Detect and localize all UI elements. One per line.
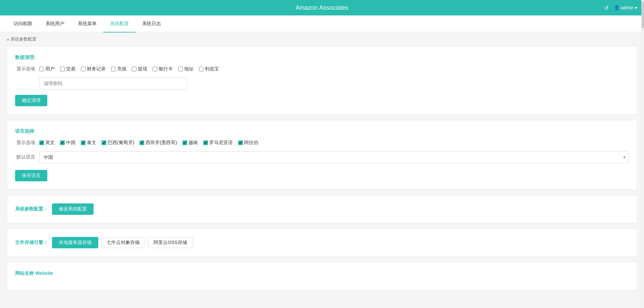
checkbox-en[interactable]: 英文 <box>39 140 55 146</box>
breadcrumb-arrow: » <box>7 37 9 42</box>
nav-item-menu[interactable]: 系统菜单 <box>71 16 103 33</box>
header: Amazon Associates ↺ 👤 admin ▾ <box>0 0 644 15</box>
user-menu[interactable]: 👤 admin ▾ <box>614 5 637 10</box>
website-card: 网站名称 Website <box>7 262 637 290</box>
checkbox-bank[interactable]: 银行卡 <box>153 66 173 72</box>
checkbox-th[interactable]: 泰文 <box>81 140 96 146</box>
checkbox-withdraw[interactable]: 提现 <box>132 66 147 72</box>
user-dropdown-icon: ▾ <box>635 5 637 10</box>
checkbox-finance[interactable]: 财务记录 <box>81 66 106 72</box>
checkbox-ro[interactable]: 罗马尼亚语 <box>203 140 233 146</box>
default-lang-label: 默认语言 <box>15 154 35 160</box>
system-config-card: 系统参数配置： 修改系统配置 <box>7 195 637 223</box>
checkbox-user-input[interactable] <box>39 67 44 71</box>
language-card: 语言选择: 显示选项 英文 中国 泰文 巴西(葡萄牙) <box>7 120 637 190</box>
checkbox-ar[interactable]: 阿拉伯 <box>238 140 258 146</box>
checkbox-user[interactable]: 用户 <box>39 66 55 72</box>
file-storage-section: 文件存储引擎： 本地服务器存储 七牛云对象存储 阿里云OSS存储 <box>15 237 629 248</box>
data-clear-title: 数据清理: <box>15 55 629 61</box>
data-clear-card: 数据清理: 显示选项 用户 交易 财务记录 充值 <box>7 46 637 115</box>
main-content: 数据清理: 显示选项 用户 交易 财务记录 充值 <box>0 46 644 297</box>
confirm-clear-button[interactable]: 确定清理 <box>15 95 47 106</box>
checkbox-withdraw-input[interactable] <box>132 67 137 71</box>
storage-local-button[interactable]: 本地服务器存储 <box>52 237 98 248</box>
checkbox-recharge-input[interactable] <box>111 67 116 71</box>
system-config-section: 系统参数配置： 修改系统配置 <box>15 203 629 215</box>
nav-item-config[interactable]: 系统配置 <box>103 16 136 33</box>
checkbox-zh-input[interactable] <box>60 140 65 145</box>
system-config-title: 系统参数配置： <box>15 206 48 212</box>
save-language-button[interactable]: 保存语言 <box>15 170 47 181</box>
scrollbar-thumb[interactable] <box>642 1 644 28</box>
checkbox-recharge[interactable]: 充值 <box>111 66 126 72</box>
header-title: Amazon Associates <box>296 4 348 11</box>
language-checkboxes-row: 显示选项 英文 中国 泰文 巴西(葡萄牙) <box>15 140 629 146</box>
checkbox-ar-input[interactable] <box>238 140 243 145</box>
storage-qiniu-button[interactable]: 七牛云对象存储 <box>101 237 145 248</box>
checkbox-zh[interactable]: 中国 <box>60 140 75 146</box>
storage-buttons-group: 本地服务器存储 七牛云对象存储 阿里云OSS存储 <box>52 237 193 248</box>
file-storage-card: 文件存储引擎： 本地服务器存储 七牛云对象存储 阿里云OSS存储 <box>7 229 637 257</box>
lang-display-label: 显示选项 <box>15 140 35 146</box>
display-label: 显示选项 <box>15 66 35 72</box>
breadcrumb: » 系统参数配置 <box>0 32 644 46</box>
checkbox-address[interactable]: 地址 <box>178 66 194 72</box>
navigation: 访问权限 系统用户 系统菜单 系统配置 系统日志 <box>0 15 644 32</box>
checkbox-interest[interactable]: 利息宝 <box>199 66 219 72</box>
checkbox-trade-input[interactable] <box>60 67 65 71</box>
language-title: 语言选择: <box>15 128 629 134</box>
default-lang-select[interactable]: 中国 英文 泰文 巴西(葡萄牙) 西班牙(墨西哥) 越南 罗马尼亚语 阿拉伯 <box>39 151 629 163</box>
checkbox-es[interactable]: 西班牙(墨西哥) <box>140 140 177 146</box>
data-clear-checkboxes-row: 显示选项 用户 交易 财务记录 充值 <box>15 66 629 72</box>
scrollbar-track[interactable] <box>641 0 644 297</box>
checkbox-trade[interactable]: 交易 <box>60 66 75 72</box>
checkbox-pt-input[interactable] <box>102 140 106 145</box>
checkbox-en-input[interactable] <box>39 140 44 145</box>
checkbox-vi-input[interactable] <box>182 140 187 145</box>
username-label: admin <box>621 5 634 10</box>
nav-item-users[interactable]: 系统用户 <box>39 16 71 33</box>
file-storage-title: 文件存储引擎： <box>15 240 48 246</box>
website-title: 网站名称 Website <box>15 270 629 276</box>
checkbox-interest-input[interactable] <box>199 67 204 71</box>
checkbox-es-input[interactable] <box>140 140 144 145</box>
checkbox-pt[interactable]: 巴西(葡萄牙) <box>102 140 134 146</box>
checkbox-address-input[interactable] <box>178 67 183 71</box>
default-lang-select-wrapper: 中国 英文 泰文 巴西(葡萄牙) 西班牙(墨西哥) 越南 罗马尼亚语 阿拉伯 ▾ <box>39 151 629 163</box>
checkbox-finance-input[interactable] <box>81 67 86 71</box>
checkbox-bank-input[interactable] <box>153 67 157 71</box>
default-language-row: 默认语言 中国 英文 泰文 巴西(葡萄牙) 西班牙(墨西哥) 越南 罗马尼亚语 … <box>15 151 629 163</box>
storage-aliyun-button[interactable]: 阿里云OSS存储 <box>148 237 193 248</box>
language-checkbox-group: 英文 中国 泰文 巴西(葡萄牙) 西班牙(墨西哥) <box>39 140 258 146</box>
breadcrumb-text: 系统参数配置 <box>10 36 37 42</box>
data-clear-checkbox-group: 用户 交易 财务记录 充值 提现 <box>39 66 219 72</box>
modify-config-button[interactable]: 修改系统配置 <box>52 203 94 215</box>
nav-item-log[interactable]: 系统日志 <box>136 16 168 33</box>
user-icon: 👤 <box>614 5 620 10</box>
checkbox-ro-input[interactable] <box>203 140 208 145</box>
checkbox-th-input[interactable] <box>81 140 86 145</box>
checkbox-vi[interactable]: 越南 <box>182 140 198 146</box>
refresh-icon[interactable]: ↺ <box>604 5 608 11</box>
header-actions: ↺ 👤 admin ▾ <box>604 5 637 11</box>
nav-item-access[interactable]: 访问权限 <box>7 16 39 33</box>
clear-password-input[interactable] <box>39 77 187 89</box>
